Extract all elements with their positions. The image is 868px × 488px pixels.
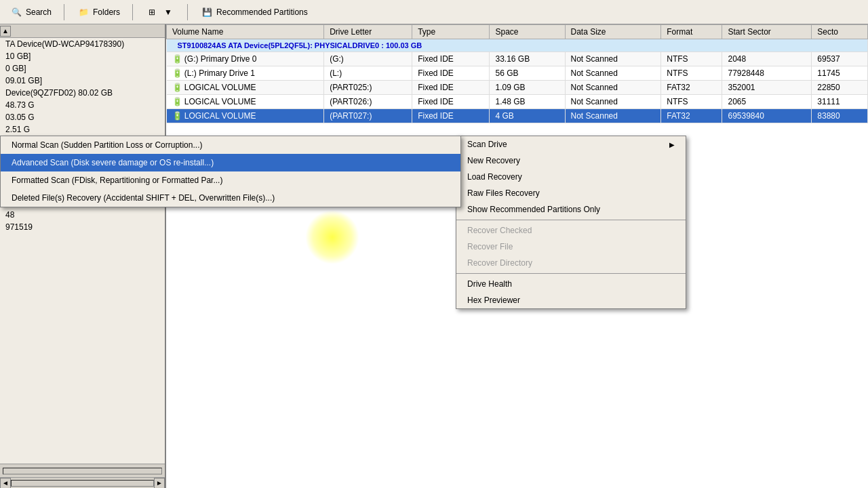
ctx-item-1[interactable]: New Recovery [456,152,686,169]
cell-0-7: 69537 [812,52,868,66]
cell-0-5: NTFS [661,52,722,66]
ctx-item-0[interactable]: Scan Drive▶ [456,136,686,152]
table-row-2[interactable]: 🔋 LOGICAL VOLUME(PART025:)Fixed IDE1.09 … [167,81,868,95]
ctx-item-label-9: Hex Previewer [467,296,520,305]
cell-2-1: (PART025:) [324,81,412,95]
cell-2-2: Fixed IDE [412,81,490,95]
cell-0-0: 🔋 (G:) Primary Drive 0 [167,52,324,66]
left-item-3[interactable]: 09.01 GB] [0,75,165,87]
left-item-7[interactable]: 2.51 G [0,123,165,136]
cell-2-3: 1.09 GB [490,81,565,95]
ctx-item-label-7: Recover Directory [467,258,532,268]
folder-icon: 📁 [77,5,90,19]
scan-item-0[interactable]: Normal Scan (Sudden Partition Loss or Co… [1,136,460,154]
cell-1-1: (L:) [324,66,412,81]
left-item-1[interactable]: 10 GB] [0,50,165,62]
scroll-left-button[interactable]: ◄ [0,478,11,489]
scroll-up-button[interactable]: ▲ [0,26,11,37]
left-item-14[interactable]: 48 [0,209,165,221]
scan-item-3[interactable]: Deleted File(s) Recovery (Accidental SHI… [1,189,460,207]
cell-3-6: 2065 [722,95,812,109]
cell-4-2: Fixed IDE [412,109,490,123]
table-row-4[interactable]: 🔋 LOGICAL VOLUME(PART027:)Fixed IDE4 GBN… [167,109,868,123]
table-row-0[interactable]: 🔋 (G:) Primary Drive 0(G:)Fixed IDE33.16… [167,52,868,66]
left-item-4[interactable]: Device(9QZ7FD02) 80.02 GB [0,87,165,99]
left-item-5[interactable]: 48.73 G [0,99,165,111]
cell-1-7: 11745 [812,66,868,81]
left-item-6[interactable]: 03.05 G [0,111,165,123]
left-panel: ▲ TA Device(WD-WCAP94178390)10 GB]0 GB]0… [0,24,166,488]
ctx-item-arrow-0: ▶ [669,141,675,148]
ctx-item-label-8: Drive Health [467,279,512,289]
ctx-item-2[interactable]: Load Recovery [456,169,686,185]
cell-3-0: 🔋 LOGICAL VOLUME [167,95,324,109]
cell-1-6: 77928448 [722,66,812,81]
cell-4-3: 4 GB [490,109,565,123]
scan-item-2[interactable]: Formatted Scan (FDisk, Repartitioning or… [1,171,460,189]
table-device-header: ST9100824AS ATA Device(5PL2QF5L): PHYSIC… [167,39,868,52]
left-item-0[interactable]: TA Device(WD-WCAP94178390) [0,38,165,50]
ctx-item-9[interactable]: Hex Previewer [456,292,686,308]
cell-4-4: Not Scanned [565,109,661,123]
ctx-item-label-3: Raw Files Recovery [467,188,540,198]
view-button[interactable]: ⊞ ▼ [141,4,179,20]
search-button[interactable]: 🔍 Search [5,4,56,20]
ctx-item-7: Recover Directory [456,255,686,271]
cell-4-0: 🔋 LOGICAL VOLUME [167,109,324,123]
scroll-right-button[interactable]: ► [154,478,165,489]
ctx-item-5: Recover Checked [456,222,686,239]
cell-1-0: 🔋 (L:) Primary Drive 1 [167,66,324,81]
ctx-item-label-5: Recover Checked [467,226,532,235]
col-space: Space [490,25,565,39]
col-start-sector: Start Sector [722,25,812,39]
cell-3-3: 1.48 GB [490,95,565,109]
cell-1-2: Fixed IDE [412,66,490,81]
table-body: ST9100824AS ATA Device(5PL2QF5L): PHYSIC… [167,39,868,123]
left-panel-scroll[interactable]: TA Device(WD-WCAP94178390)10 GB]0 GB]09.… [0,38,165,464]
folders-button[interactable]: 📁 Folders [73,4,124,20]
cell-3-1: (PART026:) [324,95,412,109]
cell-0-3: 33.16 GB [490,52,565,66]
col-type: Type [412,25,490,39]
cell-2-4: Not Scanned [565,81,661,95]
cell-0-6: 2048 [722,52,812,66]
col-data-size: Data Size [565,25,661,39]
ctx-item-8[interactable]: Drive Health [456,276,686,292]
cell-2-0: 🔋 LOGICAL VOLUME [167,81,324,95]
cell-4-5: FAT32 [661,109,722,123]
cell-0-4: Not Scanned [565,52,661,66]
ctx-item-label-0: Scan Drive [467,140,507,149]
cell-2-5: FAT32 [661,81,722,95]
cell-4-7: 83880 [812,109,868,123]
ctx-item-6: Recover File [456,239,686,255]
cell-3-4: Not Scanned [565,95,661,109]
scan-submenu: Normal Scan (Sudden Partition Loss or Co… [0,136,461,207]
cell-1-5: NTFS [661,66,722,81]
main-container: ▲ TA Device(WD-WCAP94178390)10 GB]0 GB]0… [0,24,868,488]
h-scrollbar[interactable]: ◄ ► [0,477,165,488]
left-item-2[interactable]: 0 GB] [0,62,165,75]
ctx-item-4[interactable]: Show Recommended Partitions Only [456,201,686,218]
cell-1-4: Not Scanned [565,66,661,81]
table-row-1[interactable]: 🔋 (L:) Primary Drive 1(L:)Fixed IDE56 GB… [167,66,868,81]
col-volume-name: Volume Name [167,25,324,39]
context-menu: Scan Drive▶New RecoveryLoad RecoveryRaw … [456,136,686,309]
col-sector: Secto [812,25,868,39]
ctx-separator-5 [456,220,686,220]
left-item-15[interactable]: 971519 [0,221,165,233]
table-row-3[interactable]: 🔋 LOGICAL VOLUME(PART026:)Fixed IDE1.48 … [167,95,868,109]
ctx-item-label-4: Show Recommended Partitions Only [467,205,600,214]
scan-item-1[interactable]: Advanced Scan (Disk severe damage or OS … [1,154,460,171]
view-icon: ⊞ [145,5,159,19]
ctx-item-label-2: Load Recovery [467,172,522,182]
toolbar: 🔍 Search 📁 Folders ⊞ ▼ 💾 Recommended Par… [0,0,868,24]
partitions-icon: 💾 [200,5,214,19]
partitions-table: Volume Name Drive Letter Type Space Data… [166,24,868,123]
ctx-item-3[interactable]: Raw Files Recovery [456,185,686,201]
separator-2 [132,4,133,20]
cell-4-6: 69539840 [722,109,812,123]
folders-label: Folders [93,7,120,17]
cell-4-1: (PART027:) [324,109,412,123]
partitions-button[interactable]: 💾 Recommended Partitions [196,4,312,20]
separator-1 [64,4,64,20]
